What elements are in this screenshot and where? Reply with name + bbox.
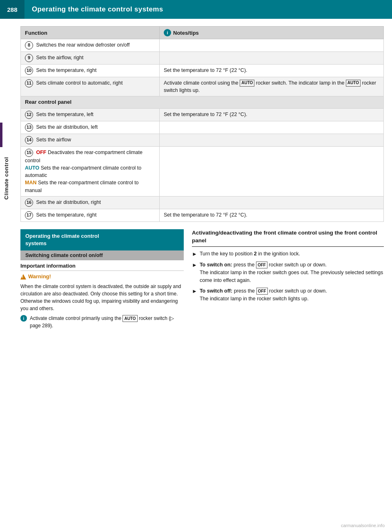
function-cell: 10 Sets the temperature, right <box>21 65 160 77</box>
section-header-row: Rear control panel <box>21 96 384 109</box>
switching-box: Switching climate control on/off <box>20 250 184 260</box>
notes-cell <box>160 121 384 134</box>
operating-box: Operating the climate control systems <box>20 229 184 250</box>
function-cell: 11 Sets climate control to automatic, ri… <box>21 77 160 96</box>
table-row: 14 Sets the airflow <box>21 134 384 147</box>
function-cell: 17 Sets the temperature, right <box>21 209 160 221</box>
row-num-16: 16 <box>25 199 33 207</box>
row-num-17: 17 <box>25 211 33 219</box>
header-title: Operating the climate control systems <box>24 5 163 13</box>
bullet-text-3: To switch off: press the OFF rocker swit… <box>200 287 384 303</box>
notes-cell: Activate climate control using the AUTO … <box>160 77 384 96</box>
side-label-container: Climate control <box>0 19 12 338</box>
right-heading: Activating/deactivating the front climat… <box>192 229 384 245</box>
page-number: 288 <box>0 0 24 19</box>
function-cell: 9 Sets the airflow, right <box>21 52 160 65</box>
header-bar: 288 Operating the climate control system… <box>0 0 392 19</box>
auto-box-note: AUTO <box>122 315 137 322</box>
function-cell: 14 Sets the airflow <box>21 134 160 147</box>
notes-cell <box>160 196 384 209</box>
notes-cell: Set the temperature to 72 °F (22 °C). <box>160 65 384 77</box>
auto-tag-2: AUTO <box>346 80 361 87</box>
table-row: 17 Sets the temperature, right Set the t… <box>21 209 384 221</box>
tag-off: OFF <box>36 150 46 155</box>
table-row: 13 Sets the air distribution, left <box>21 121 384 134</box>
main-content: Function i Notes/tips 8 Switches the rea… <box>12 19 392 333</box>
right-divider <box>192 246 384 247</box>
row-num-11: 11 <box>25 79 33 87</box>
info-note: i Activate climate control primarily usi… <box>20 315 184 329</box>
function-cell: 16 Sets the air distribution, right <box>21 196 160 209</box>
table-row: 15 OFF Deactivates the rear-compartment … <box>21 147 384 197</box>
table-row: 8 Switches the rear window defroster on/… <box>21 39 384 52</box>
row-num-9: 9 <box>25 54 33 62</box>
function-cell: 8 Switches the rear window defroster on/… <box>21 39 160 52</box>
table-row: 16 Sets the air distribution, right <box>21 196 384 209</box>
table-row: 11 Sets climate control to automatic, ri… <box>21 77 384 96</box>
col-notes-header: i Notes/tips <box>160 27 384 39</box>
notes-cell <box>160 147 384 197</box>
info-icon: i <box>164 29 171 36</box>
tag-man: MAN <box>25 180 36 186</box>
row-num-13: 13 <box>25 123 33 132</box>
function-table: Function i Notes/tips 8 Switches the rea… <box>20 26 384 222</box>
function-cell: 15 OFF Deactivates the rear-compartment … <box>21 147 160 197</box>
bullet-item-1: ► Turn the key to position 2 in the igni… <box>192 250 384 258</box>
bullet-text-1: Turn the key to position 2 in the igniti… <box>200 250 384 258</box>
auto-tag: AUTO <box>240 80 254 87</box>
row-num-10: 10 <box>25 67 33 75</box>
section-header-cell: Rear control panel <box>21 96 384 109</box>
col-function-header: Function <box>21 27 160 39</box>
lower-section: Operating the climate control systems Sw… <box>20 229 384 330</box>
right-column: Activating/deactivating the front climat… <box>192 229 384 330</box>
row-num-15: 15 <box>25 149 33 157</box>
info-note-text: Activate climate control primarily using… <box>30 315 184 329</box>
info-icon-small: i <box>20 315 27 322</box>
divider <box>20 270 184 271</box>
side-label: Climate control <box>3 157 9 199</box>
right-heading-text: Activating/deactivating the front climat… <box>192 230 377 244</box>
notes-cell <box>160 52 384 65</box>
bullet-text-2: To switch on: press the OFF rocker switc… <box>200 261 384 284</box>
tag-auto: AUTO <box>25 165 39 171</box>
bullet-arrow-1: ► <box>192 250 197 258</box>
function-cell: 12 Sets the temperature, left <box>21 109 160 121</box>
warning-box: ! Warning! <box>20 273 184 279</box>
warning-label: Warning! <box>28 273 51 279</box>
warning-content: When the climate control system is deact… <box>20 283 184 312</box>
table-row: 9 Sets the airflow, right <box>21 52 384 65</box>
footer-watermark: carmanualsonline.info <box>341 523 385 528</box>
function-cell: 13 Sets the air distribution, left <box>21 121 160 134</box>
table-row: 10 Sets the temperature, right Set the t… <box>21 65 384 77</box>
off-box-1: OFF <box>256 262 267 268</box>
left-column: Operating the climate control systems Sw… <box>20 229 184 330</box>
bullet-arrow-3: ► <box>192 287 197 295</box>
row-num-12: 12 <box>25 111 33 119</box>
notes-cell <box>160 134 384 147</box>
row-num-14: 14 <box>25 136 33 144</box>
bullet-arrow-2: ► <box>192 261 197 269</box>
notes-cell <box>160 39 384 52</box>
row-num-8: 8 <box>25 41 33 49</box>
bullet-item-3: ► To switch off: press the OFF rocker sw… <box>192 287 384 303</box>
bullet-item-2: ► To switch on: press the OFF rocker swi… <box>192 261 384 284</box>
warning-exclamation: ! <box>22 275 23 279</box>
important-heading: Important information <box>20 263 184 269</box>
notes-cell: Set the temperature to 72 °F (22 °C). <box>160 109 384 121</box>
notes-cell: Set the temperature to 72 °F (22 °C). <box>160 209 384 221</box>
off-box-2: OFF <box>256 288 268 295</box>
table-row: 12 Sets the temperature, left Set the te… <box>21 109 384 121</box>
